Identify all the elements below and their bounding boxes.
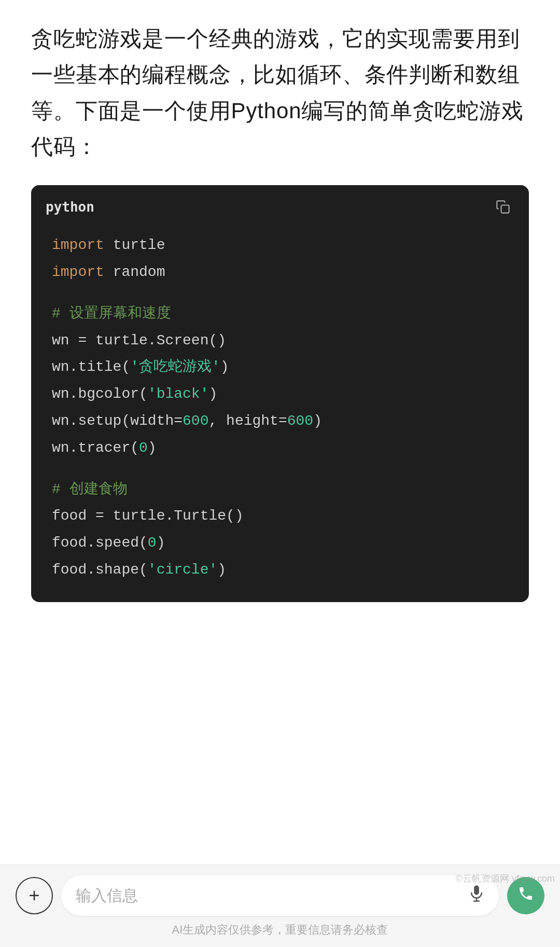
code-line-14: food.shape('circle') xyxy=(52,556,514,583)
code-line-4: # 设置屏幕和速度 xyxy=(52,300,514,327)
input-placeholder: 输入信息 xyxy=(76,885,138,907)
svg-rect-1 xyxy=(474,885,479,895)
code-line-10 xyxy=(52,462,514,476)
plus-icon: + xyxy=(29,886,39,905)
phone-icon xyxy=(517,885,534,906)
code-line-12: food = turtle.Turtle() xyxy=(52,503,514,530)
disclaimer-text: AI生成内容仅供参考，重要信息请务必核查 xyxy=(172,922,388,942)
bottom-bar: + 输入信息 AI生成内容仅供参考，重要信息请务必核查 xyxy=(0,865,560,947)
code-line-9: wn.tracer(0) xyxy=(52,435,514,462)
svg-rect-0 xyxy=(501,205,509,213)
code-line-8: wn.setup(width=600, height=600) xyxy=(52,408,514,435)
code-line-6: wn.title('贪吃蛇游戏') xyxy=(52,354,514,381)
code-line-7: wn.bgcolor('black') xyxy=(52,381,514,408)
copy-icon xyxy=(496,200,510,214)
mic-icon xyxy=(469,885,484,907)
input-row: + 输入信息 xyxy=(16,875,544,916)
voice-call-button[interactable] xyxy=(507,877,544,914)
copy-button[interactable] xyxy=(492,196,514,218)
description-text: 贪吃蛇游戏是一个经典的游戏，它的实现需要用到一些基本的编程概念，比如循环、条件判… xyxy=(31,21,529,164)
code-line-1: import turtle xyxy=(52,232,514,259)
code-line-5: wn = turtle.Screen() xyxy=(52,327,514,354)
main-content: 贪吃蛇游戏是一个经典的游戏，它的实现需要用到一些基本的编程概念，比如循环、条件判… xyxy=(0,0,560,865)
code-lang-label: python xyxy=(46,199,94,215)
add-button[interactable]: + xyxy=(16,877,53,914)
code-line-3 xyxy=(52,286,514,300)
code-content: import turtle import random # 设置屏幕和速度 wn… xyxy=(31,227,529,602)
code-block-header: python xyxy=(31,185,529,227)
code-line-11: # 创建食物 xyxy=(52,476,514,503)
input-field-container[interactable]: 输入信息 xyxy=(61,875,499,916)
code-line-13: food.speed(0) xyxy=(52,530,514,556)
code-line-2: import random xyxy=(52,259,514,286)
code-block-wrapper: python import turtle import random # 设置屏… xyxy=(31,185,529,602)
